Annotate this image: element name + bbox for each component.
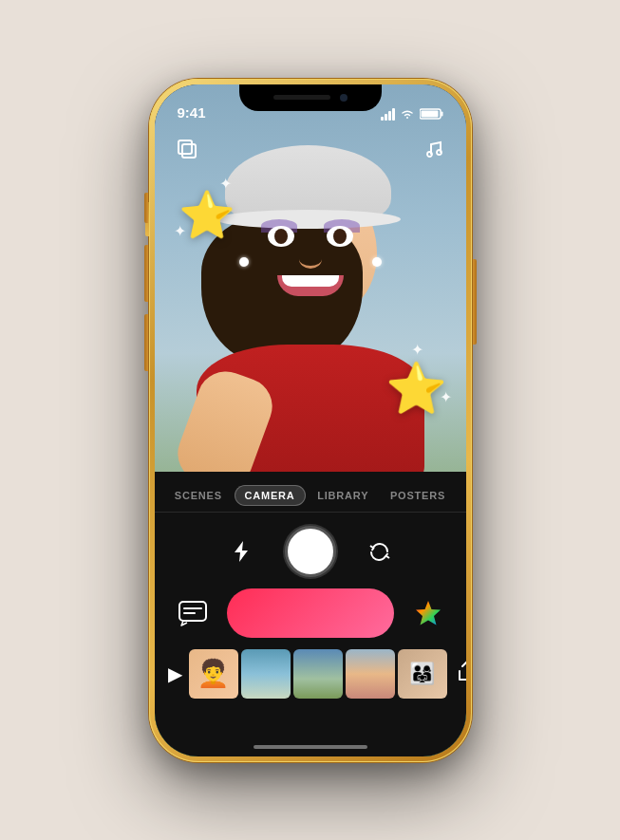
memoji-earring-left: [239, 257, 249, 267]
controls-row: [155, 513, 466, 585]
filmstrip: ▶ 🧑‍🦱 👨‍👩‍👧: [155, 645, 466, 706]
memoji-area: [155, 126, 466, 496]
notch: [239, 84, 382, 111]
rainbow-star-icon: [413, 598, 443, 628]
silent-switch[interactable]: [144, 193, 148, 223]
memoji-eye-left: [268, 226, 294, 247]
star-emoji-1: ⭐: [178, 189, 235, 242]
memoji-nose: [299, 250, 322, 269]
memoji-mouth: [277, 275, 344, 296]
top-toolbar: [155, 126, 466, 172]
sparkle-2: ✦: [174, 222, 186, 240]
share-button[interactable]: [457, 660, 466, 687]
svg-rect-3: [178, 140, 192, 154]
svg-rect-4: [182, 144, 196, 158]
battery-icon: [420, 108, 443, 120]
signal-strength: [381, 108, 395, 121]
speaker: [273, 95, 330, 100]
phone-screen: 9:41: [155, 84, 466, 756]
power-button[interactable]: [473, 259, 477, 345]
sparkle-4: ✦: [440, 388, 452, 406]
play-button[interactable]: ▶: [168, 663, 182, 685]
memoji-pupil-left: [274, 229, 288, 244]
svg-rect-1: [441, 112, 442, 117]
memoji-figure: [216, 164, 405, 487]
filmstrip-thumb-3[interactable]: [293, 649, 343, 699]
memoji-earring-right: [372, 257, 382, 267]
action-row: [155, 585, 466, 645]
svg-point-5: [427, 152, 432, 157]
time-display: 9:41: [178, 104, 206, 121]
front-camera: [340, 94, 348, 102]
tab-posters[interactable]: POSTERS: [381, 486, 455, 505]
volume-down-button[interactable]: [144, 314, 148, 371]
filmstrip-thumb-1[interactable]: 🧑‍🦱: [189, 649, 238, 699]
svg-rect-2: [421, 111, 438, 118]
tab-camera[interactable]: CAMERA: [235, 485, 306, 506]
sparkle-3: ✦: [411, 341, 423, 359]
filmstrip-thumb-5[interactable]: 👨‍👩‍👧: [398, 649, 447, 699]
star-emoji-2: ⭐: [385, 360, 447, 418]
flip-camera-icon: [366, 540, 393, 563]
volume-up-button[interactable]: [144, 245, 148, 302]
layers-button[interactable]: [172, 134, 202, 164]
effects-button[interactable]: [409, 594, 447, 632]
memoji-teeth: [282, 275, 339, 287]
memoji-hat-brim: [216, 210, 401, 229]
svg-point-6: [437, 150, 442, 155]
memoji-pupil-right: [333, 229, 347, 244]
speech-bubble-icon: [178, 600, 208, 626]
phone-frame: 9:41: [149, 79, 472, 762]
filmstrip-thumb-4[interactable]: [346, 649, 395, 699]
layers-icon: [176, 138, 198, 160]
home-indicator: [254, 745, 367, 749]
flash-button[interactable]: [224, 534, 258, 569]
record-button[interactable]: [285, 526, 336, 577]
share-icon: [457, 660, 466, 682]
tab-bar: SCENES CAMERA LIBRARY POSTERS: [155, 472, 466, 513]
filmstrip-thumb-2[interactable]: [241, 649, 291, 699]
flip-camera-button[interactable]: [363, 534, 397, 569]
record-oval-button[interactable]: [227, 588, 394, 638]
music-icon: [423, 139, 444, 159]
record-inner: [301, 542, 320, 561]
sparkle-1: ✦: [219, 175, 232, 193]
bottom-panel: SCENES CAMERA LIBRARY POSTERS: [155, 472, 466, 756]
speech-bubble-button[interactable]: [174, 594, 212, 632]
memoji-eye-right: [327, 226, 353, 247]
flash-icon: [231, 539, 252, 564]
memoji-thumb: 🧑‍🦱: [189, 649, 238, 699]
tab-scenes[interactable]: SCENES: [165, 486, 232, 505]
wifi-icon: [400, 108, 415, 120]
tab-library[interactable]: LIBRARY: [308, 486, 378, 505]
music-button[interactable]: [419, 134, 449, 164]
status-icons: [381, 108, 443, 121]
svg-rect-7: [179, 602, 206, 621]
